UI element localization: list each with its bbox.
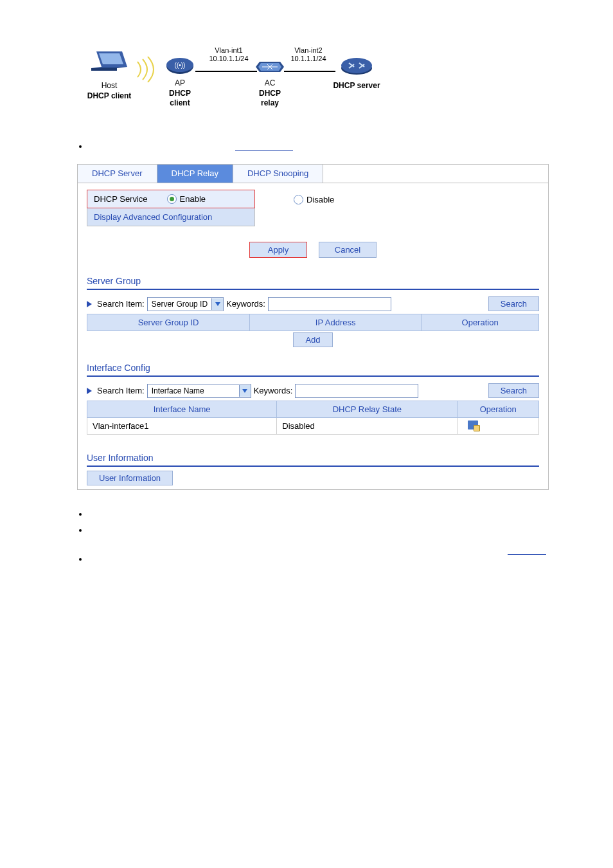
edit-icon[interactable] — [468, 420, 478, 429]
ap-label: AP — [161, 78, 199, 89]
cancel-button[interactable]: Cancel — [319, 242, 377, 258]
link-underline-2 — [508, 554, 546, 555]
iface-row-state: Disabled — [277, 418, 458, 435]
network-diagram: Host DHCP client ((•)) AP DHCP clien — [77, 39, 549, 116]
server-group-title: Server Group — [87, 276, 539, 286]
tab-dhcp-server[interactable]: DHCP Server — [78, 165, 157, 183]
svg-point-13 — [341, 58, 372, 73]
link1-label: Vlan-int110.10.1.1/24 — [203, 46, 254, 63]
sg-keywords-input[interactable] — [268, 297, 391, 311]
radio-checked-icon — [167, 194, 177, 204]
diagram-server: DHCP server — [328, 54, 386, 91]
doc-bullet-list-2 — [77, 509, 549, 564]
dhcp-panel: DHCP Server DHCP Relay DHCP Snooping DHC… — [77, 164, 549, 490]
host-label-b: DHCP client — [77, 91, 141, 102]
radio-disable[interactable]: Disable — [294, 195, 334, 204]
link1-line — [195, 71, 257, 72]
iface-search-row: Search Item: Interface Name Keywords: Se… — [87, 383, 539, 398]
tab-dhcp-snooping[interactable]: DHCP Snooping — [233, 165, 323, 183]
server-label: DHCP server — [328, 81, 386, 91]
tab-bar: DHCP Server DHCP Relay DHCP Snooping — [78, 164, 548, 183]
iface-col-state: DHCP Relay State — [277, 401, 458, 418]
svg-marker-1 — [99, 53, 123, 64]
dhcp-service-label: DHCP Service — [94, 194, 148, 204]
diagram-ap: ((•)) AP DHCP client — [161, 58, 199, 109]
sg-select-value: Server Group ID — [148, 300, 211, 309]
server-group-search-row: Search Item: Server Group ID Keywords: S… — [87, 296, 539, 311]
userinfo-button[interactable]: User Information — [87, 471, 173, 485]
radio-unchecked-icon — [294, 195, 303, 204]
link-underline-1 — [235, 150, 293, 151]
sg-search-button[interactable]: Search — [488, 296, 539, 311]
link2-label: Vlan-int210.1.1.1/24 — [283, 46, 334, 63]
iface-keywords-input[interactable] — [295, 384, 418, 398]
ap-label-b: DHCP client — [161, 89, 199, 109]
ac-label-b: DHCP relay — [251, 89, 289, 109]
sg-search-item-label: Search Item: — [97, 299, 145, 309]
svg-marker-2 — [91, 67, 127, 68]
sg-col-id: Server Group ID — [87, 314, 250, 331]
iface-row-name: Vlan-interface1 — [87, 418, 277, 435]
sg-add-button[interactable]: Add — [293, 332, 332, 347]
tab-spacer — [323, 165, 548, 183]
sg-col-op: Operation — [422, 314, 539, 331]
diagram-host: Host DHCP client — [77, 51, 141, 101]
sg-col-ip: IP Address — [250, 314, 422, 331]
advanced-config-link[interactable]: Display Advanced Configuration — [87, 208, 255, 226]
apply-button[interactable]: Apply — [249, 242, 307, 258]
iface-table: Interface Name DHCP Relay State Operatio… — [87, 401, 539, 435]
triangle-icon — [87, 388, 92, 394]
ac-label: AC — [251, 78, 289, 89]
ap-icon: ((•)) — [161, 58, 199, 75]
radio-enable[interactable]: Enable — [167, 194, 206, 204]
disable-label: Disable — [306, 195, 334, 204]
iface-search-button[interactable]: Search — [488, 383, 539, 398]
enable-label: Enable — [180, 194, 206, 204]
dhcp-service-box: DHCP Service Enable — [87, 190, 255, 208]
chevron-down-icon — [239, 385, 251, 397]
laptop-icon — [77, 51, 141, 77]
iface-col-op: Operation — [458, 401, 539, 418]
table-row: Vlan-interface1 Disabled — [87, 418, 539, 435]
chevron-down-icon — [211, 298, 223, 310]
server-group-table: Server Group ID IP Address Operation — [87, 314, 539, 331]
sg-keywords-label: Keywords: — [226, 299, 265, 309]
iface-title: Interface Config — [87, 363, 539, 373]
iface-search-item-label: Search Item: — [97, 386, 145, 395]
userinfo-title: User Information — [87, 453, 539, 463]
doc-bullet-list-1 — [77, 141, 549, 151]
bullet-1 — [89, 141, 549, 151]
triangle-icon — [87, 301, 92, 307]
bullet-b1 — [89, 509, 549, 519]
router-icon — [328, 54, 386, 76]
svg-marker-3 — [91, 68, 117, 71]
sg-search-item-select[interactable]: Server Group ID — [147, 297, 224, 311]
iface-keywords-label: Keywords: — [254, 386, 293, 395]
svg-text:((•)): ((•)) — [175, 62, 186, 69]
tab-dhcp-relay[interactable]: DHCP Relay — [157, 165, 233, 183]
bullet-b2 — [89, 525, 549, 535]
bullet-b3 — [89, 554, 549, 564]
host-label: Host — [77, 81, 141, 91]
iface-select-value: Interface Name — [148, 386, 208, 395]
diagram-ac: AC DHCP relay — [251, 58, 289, 109]
iface-search-item-select[interactable]: Interface Name — [147, 384, 251, 398]
iface-col-name: Interface Name — [87, 401, 277, 418]
